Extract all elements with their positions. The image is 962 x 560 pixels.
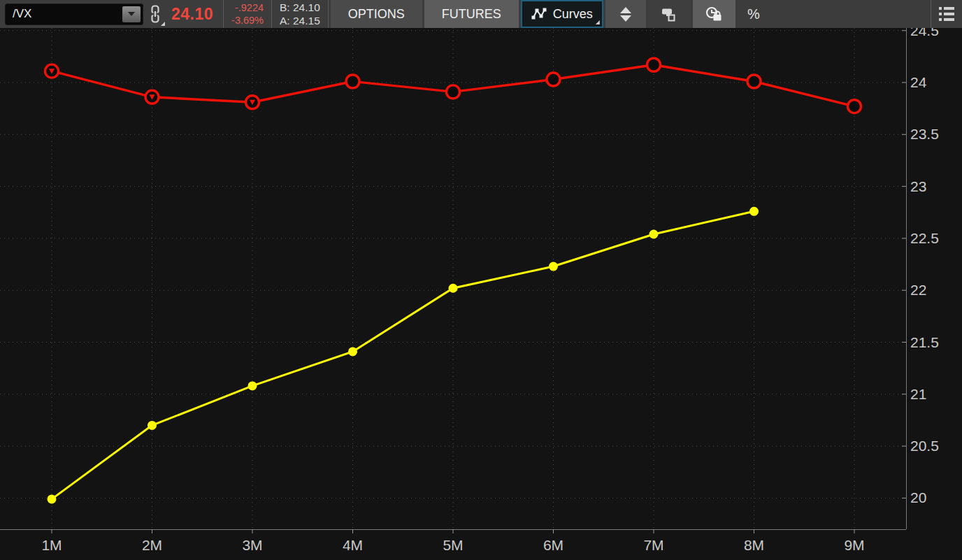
yellow-curve-point[interactable]	[48, 494, 57, 503]
percent-change: -3.69%	[231, 14, 264, 27]
percent-toggle-button[interactable]: %	[735, 0, 772, 28]
yellow-curve-line	[52, 211, 754, 499]
x-axis-label: 9M	[823, 537, 886, 554]
separator	[328, 0, 329, 28]
curve-nodes-icon	[531, 8, 547, 20]
y-axis-label: 24.5	[910, 28, 939, 39]
percent-icon: %	[747, 6, 760, 22]
yellow-curve-point[interactable]	[749, 207, 759, 216]
y-axis-label: 21.5	[910, 334, 939, 351]
paint-roller-button[interactable]	[648, 0, 691, 28]
y-axis-label: 22.5	[910, 230, 939, 247]
y-axis-label: 24	[910, 74, 926, 91]
yellow-curve-point[interactable]	[649, 229, 659, 238]
clock-lock-icon	[705, 6, 723, 22]
net-change: -.9224	[231, 1, 264, 14]
tab-curves[interactable]: Curves	[521, 0, 603, 28]
menu-button[interactable]	[931, 0, 962, 28]
yellow-curve-point[interactable]	[248, 381, 257, 390]
change-readout: -.9224 -3.69%	[231, 1, 264, 27]
red-curve-point[interactable]	[647, 58, 661, 71]
symbol-input[interactable]: /VX	[5, 3, 143, 25]
red-curve-point[interactable]	[848, 100, 861, 113]
last-price: 24.10	[171, 5, 213, 24]
down-arrow-icon	[620, 15, 631, 22]
x-axis-label: 1M	[20, 537, 83, 554]
red-curve-point[interactable]	[447, 85, 460, 99]
red-curve-point[interactable]	[747, 75, 761, 88]
x-axis-label: 6M	[522, 537, 585, 554]
y-axis-label: 23.5	[910, 126, 939, 143]
y-axis-label: 22	[910, 282, 926, 299]
x-axis-label: 5M	[422, 537, 484, 554]
x-axis-label: 3M	[221, 537, 284, 554]
tab-futures[interactable]: FUTURES	[424, 0, 519, 28]
clock-lock-button[interactable]	[693, 0, 735, 28]
y-axis-label: 20	[910, 489, 926, 506]
paint-roller-icon	[661, 6, 677, 22]
x-axis-label: 7M	[622, 537, 685, 554]
bid-value: B: 24.10	[280, 1, 320, 14]
tab-options[interactable]: OPTIONS	[331, 0, 422, 28]
tab-options-label: OPTIONS	[348, 7, 405, 22]
link-icon	[149, 5, 161, 23]
up-arrow-icon	[620, 7, 631, 13]
yellow-curve-point[interactable]	[148, 421, 157, 430]
x-axis-label: 4M	[322, 537, 385, 554]
chevron-down-icon	[128, 12, 135, 16]
curves-chart[interactable]: 24.52423.52322.52221.52120.5201M2M3M4M5M…	[0, 28, 962, 560]
tab-curves-label: Curves	[553, 7, 593, 22]
yellow-curve-point[interactable]	[348, 347, 357, 356]
bid-ask-readout: B: 24.10 A: 24.15	[280, 1, 320, 28]
link-button[interactable]	[143, 0, 167, 28]
separator	[223, 0, 224, 28]
top-toolbar: /VX 24.10 -.9224 -3.69% B: 24.10 A: 24.1…	[0, 0, 962, 28]
yellow-curve-point[interactable]	[449, 284, 458, 293]
ask-value: A: 24.15	[280, 14, 320, 27]
x-axis-label: 8M	[723, 537, 786, 554]
y-axis-label: 21	[910, 386, 926, 403]
y-axis-label: 23	[910, 178, 926, 195]
separator	[271, 0, 272, 28]
x-axis-label: 2M	[121, 537, 184, 554]
red-curve-point[interactable]	[547, 73, 560, 86]
symbol-dropdown-button[interactable]	[122, 6, 141, 22]
expand-collapse-button[interactable]	[605, 0, 646, 28]
y-axis-label: 20.5	[910, 438, 939, 454]
yellow-curve-point[interactable]	[549, 262, 558, 271]
red-curve-point[interactable]	[346, 75, 359, 88]
corner-dropdown-icon	[596, 20, 600, 24]
tab-futures-label: FUTURES	[442, 7, 501, 22]
symbol-value: /VX	[6, 7, 31, 21]
curves-chart-plot[interactable]	[0, 28, 962, 560]
